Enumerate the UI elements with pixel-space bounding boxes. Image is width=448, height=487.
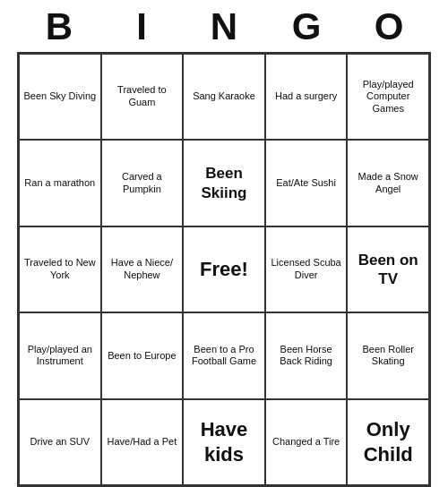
- header-letter: B: [32, 5, 86, 48]
- bingo-cell-18: Been Horse Back Riding: [265, 312, 348, 398]
- bingo-cell-5: Ran a marathon: [19, 140, 101, 226]
- header-letter: N: [197, 5, 251, 48]
- bingo-cell-7: Been Skiing: [183, 140, 265, 226]
- header-letter: I: [115, 5, 168, 48]
- bingo-cell-23: Changed a Tire: [265, 399, 348, 485]
- bingo-grid: Been Sky DivingTraveled to GuamSang Kara…: [17, 52, 431, 487]
- bingo-cell-9: Made a Snow Angel: [347, 140, 429, 226]
- bingo-header: BINGO: [18, 0, 430, 52]
- bingo-cell-10: Traveled to New York: [19, 226, 101, 312]
- bingo-cell-11: Have a Niece/ Nephew: [101, 226, 184, 312]
- bingo-cell-20: Drive an SUV: [19, 399, 101, 485]
- bingo-cell-19: Been Roller Skating: [347, 312, 429, 398]
- bingo-cell-21: Have/Had a Pet: [101, 399, 184, 485]
- bingo-cell-12: Free!: [183, 226, 265, 312]
- bingo-cell-2: Sang Karaoke: [183, 54, 265, 140]
- bingo-cell-3: Had a surgery: [265, 54, 348, 140]
- bingo-cell-15: Play/played an Instrument: [19, 312, 101, 398]
- bingo-cell-13: Licensed Scuba Diver: [265, 226, 348, 312]
- bingo-cell-16: Been to Europe: [101, 312, 184, 398]
- bingo-cell-14: Been on TV: [347, 226, 429, 312]
- bingo-cell-24: Only Child: [347, 399, 429, 485]
- bingo-cell-0: Been Sky Diving: [19, 54, 101, 140]
- header-letter: G: [280, 5, 333, 48]
- bingo-cell-8: Eat/Ate Sushi: [265, 140, 348, 226]
- bingo-cell-17: Been to a Pro Football Game: [183, 312, 265, 398]
- bingo-cell-4: Play/played Computer Games: [347, 54, 429, 140]
- header-letter: O: [362, 5, 416, 48]
- bingo-cell-1: Traveled to Guam: [101, 54, 184, 140]
- bingo-cell-6: Carved a Pumpkin: [101, 140, 184, 226]
- bingo-cell-22: Have kids: [183, 399, 265, 485]
